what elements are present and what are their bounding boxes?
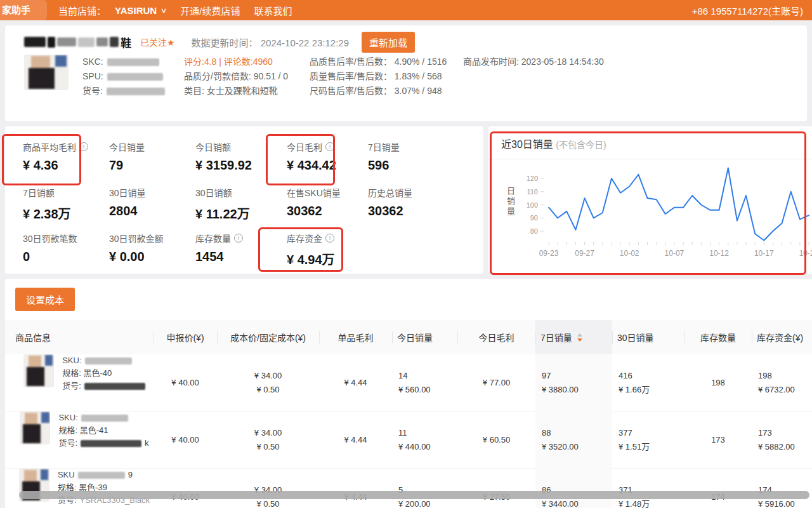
stat-cell-2: 今日销额¥ 3159.92 [190, 135, 282, 181]
cell-value: ¥ 4.44 [344, 376, 367, 390]
stat-value: ¥ 0.00 [109, 250, 190, 264]
cell-value: ¥ 40.00 [171, 376, 199, 390]
cell-value: ¥ 4.44 [344, 433, 367, 447]
cell-info: SKU:规格: 黑色-41货号:k [5, 411, 154, 469]
cell-today_profit: ¥ 27.50 [457, 469, 535, 508]
horizontal-scrollbar[interactable] [19, 491, 809, 499]
stat-value: ¥ 11.22万 [195, 204, 282, 222]
cell-value: ¥ 60.50 [483, 433, 510, 447]
col-header-cost: 成本价/固定成本(¥) [217, 320, 319, 354]
cell-today_profit: ¥ 77.00 [457, 354, 535, 411]
table-row: SKU:规格: 黑色-41货号:k¥ 40.00¥ 34.00¥ 0.50¥ 4… [5, 411, 812, 469]
cell-value: 173 [758, 426, 772, 440]
col-header-info: 商品信息 [5, 320, 154, 354]
sales-chart-panel: 近30日销量 (不包含今日) 日销量 809010011012009-2309-… [488, 126, 812, 274]
stat-value: 0 [23, 250, 104, 264]
col-label: 单品毛利 [338, 331, 374, 344]
table-row: SKU9规格: 黑色-39货号:YSRAL3303_Black¥ 40.00¥ … [5, 469, 812, 508]
sort-icon[interactable] [577, 333, 582, 342]
cell-value: ¥ 77.00 [483, 376, 510, 390]
spu-label: SPU: [82, 69, 103, 84]
chart-subtitle: (不包含今日) [556, 140, 606, 150]
stat-label: 库存数量 [195, 232, 231, 244]
svg-text:09-27: 09-27 [575, 249, 594, 258]
svg-text:90: 90 [530, 214, 538, 222]
publish-time-line: 商品发布时间: 2023-05-18 14:54:30 [463, 55, 604, 69]
cell-declared: ¥ 40.00 [154, 469, 217, 508]
stat-cell-12: 库存数量!1454 [190, 227, 282, 272]
cell-stock_qty: 173 [684, 411, 752, 469]
quality-score-line: 品质分/罚款倍数: 90.51 / 0 [184, 69, 310, 84]
stat-cell-13: 库存资金!¥ 4.94万 [282, 227, 363, 272]
contact-us-link[interactable]: 联系我们 [254, 4, 292, 17]
stat-value: ¥ 4.36 [23, 158, 104, 173]
stat-value: ¥ 3159.92 [195, 158, 282, 173]
redacted-text [81, 415, 128, 422]
col-label: 库存资金(¥) [757, 331, 803, 344]
cell-cost: ¥ 34.00¥ 0.50 [217, 469, 319, 508]
stat-label: 7日销量 [368, 140, 400, 153]
stat-cell-5: 7日销额¥ 2.38万 [18, 181, 104, 227]
cell-value: ¥ 0.50 [256, 440, 279, 454]
renew-shop-link[interactable]: 开通/续费店铺 [180, 4, 240, 17]
col-header-stock_value: 库存资金(¥) [752, 320, 812, 354]
followed-badge[interactable]: 已关注★ [140, 36, 175, 48]
cell-unit_profit: ¥ 4.44 [319, 411, 392, 469]
col-header-declared: 申报价(¥) [154, 320, 217, 354]
svg-text:110: 110 [527, 188, 538, 196]
reload-button[interactable]: 重新加载 [362, 32, 415, 53]
cell-today: 5¥ 200.00 [392, 469, 457, 508]
cell-d7: 97¥ 3880.00 [535, 354, 612, 411]
stat-cell-1: 今日销量79 [104, 135, 190, 181]
stat-label: 库存资金 [287, 232, 322, 244]
cell-value: ¥ 6732.00 [758, 383, 795, 397]
col-header-stock_qty: 库存数量 [684, 320, 752, 354]
cell-value: 198 [758, 369, 772, 383]
shop-selector[interactable]: YASIRUN ∨ [115, 5, 166, 16]
col-label: 库存数量 [700, 331, 736, 344]
col-label: 申报价(¥) [166, 331, 204, 344]
stat-cell-7: 30日销额¥ 11.22万 [190, 181, 282, 227]
cell-d7: 86¥ 3440.00 [535, 469, 612, 508]
cell-stock_value: 173¥ 5882.00 [752, 411, 812, 469]
svg-text:80: 80 [530, 227, 538, 235]
svg-text:10-12: 10-12 [709, 249, 729, 258]
stat-label: 今日销额 [195, 140, 231, 153]
redacted-text [78, 472, 125, 479]
cell-value: 198 [711, 376, 725, 390]
col-label: 商品信息 [15, 331, 51, 344]
sku-table-panel: 设置成本 商品信息申报价(¥)成本价/固定成本(¥)单品毛利今日销量今日毛利7日… [5, 279, 812, 508]
cell-declared: ¥ 40.00 [154, 411, 217, 469]
cell-value: ¥ 1.66万 [619, 383, 650, 397]
brand-tab[interactable]: 家助手 [0, 0, 47, 20]
product-title-redacted: 鞋 [24, 34, 131, 50]
stat-label: 30日销量 [109, 186, 146, 199]
sku-image [23, 354, 54, 387]
info-icon[interactable]: ! [79, 142, 88, 151]
stat-value: 2804 [109, 204, 190, 218]
sales-line-chart: 809010011012009-2309-2710-0210-0710-1210… [488, 159, 812, 264]
chart-title: 近30日销量 (不包含今日) [488, 126, 812, 159]
info-icon[interactable]: ! [325, 234, 334, 243]
stat-value: 79 [109, 158, 190, 173]
set-cost-button[interactable]: 设置成本 [15, 288, 75, 311]
account-phone[interactable]: +86 19557114272(主账号) [692, 4, 803, 17]
cell-value: ¥ 40.00 [171, 433, 199, 447]
info-icon[interactable]: ! [325, 142, 334, 151]
col-label: 今日销量 [397, 331, 433, 344]
shop-name: YASIRUN [115, 5, 157, 16]
stat-label: 30日罚款金额 [109, 232, 164, 244]
cell-stock_qty: 174 [684, 469, 752, 508]
col-header-d7[interactable]: 7日销量 [535, 320, 612, 354]
info-icon[interactable]: ! [234, 234, 243, 243]
cell-value: ¥ 560.00 [398, 383, 431, 397]
stat-label: 7日销额 [23, 186, 55, 199]
redacted-text [85, 358, 132, 364]
stat-value: ¥ 2.38万 [23, 204, 104, 222]
svg-text:10-02: 10-02 [620, 249, 639, 258]
product-panel: 鞋 已关注★ 数据更新时间： 2024-10-22 23:12:29 重新加载 … [5, 25, 807, 121]
stats-panel: 商品平均毛利!¥ 4.36今日销量79今日销额¥ 3159.92今日毛利!¥ 4… [5, 126, 483, 274]
cell-stock_value: 174¥ 5916.00 [752, 469, 812, 508]
redacted-text [84, 383, 145, 390]
svg-text:100: 100 [527, 201, 538, 209]
